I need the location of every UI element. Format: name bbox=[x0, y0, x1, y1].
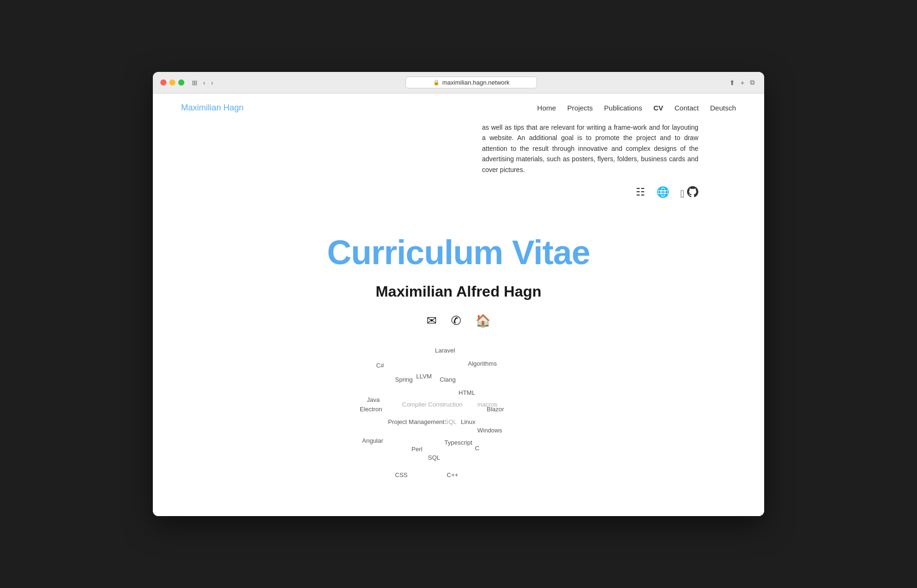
nav-cv[interactable]: CV bbox=[653, 104, 663, 112]
content-section: as well as tips that are relevant for wr… bbox=[153, 122, 764, 214]
word-cloud-item: Project Management bbox=[388, 418, 444, 425]
forward-button[interactable]: › bbox=[209, 78, 215, 87]
word-cloud-item: Blazor bbox=[487, 406, 504, 413]
document-icon[interactable]: ☷ bbox=[636, 186, 645, 200]
word-cloud-item: CSS bbox=[395, 471, 408, 478]
word-cloud-item: Clang bbox=[440, 376, 456, 383]
address-bar: 🔒 maximilian.hagn.network bbox=[221, 77, 721, 88]
cv-contact-icons: ✉ ✆ 🏠 bbox=[162, 314, 755, 328]
project-icons: ☷ 🌐  bbox=[181, 186, 698, 205]
browser-window: ⊞ ‹ › 🔒 maximilian.hagn.network ⬆ + ⧉ Ma… bbox=[153, 72, 764, 516]
lock-icon: 🔒 bbox=[433, 79, 440, 86]
word-cloud-item: Electron bbox=[360, 406, 382, 413]
word-cloud-item: Perl bbox=[411, 446, 422, 453]
home-icon[interactable]: 🏠 bbox=[475, 314, 490, 328]
cv-title: Curriculum Vitae bbox=[162, 233, 755, 272]
word-cloud-item: LLVM bbox=[416, 373, 432, 380]
nav-home[interactable]: Home bbox=[537, 104, 556, 112]
word-cloud-item: C++ bbox=[447, 471, 458, 478]
word-cloud-item: Angular bbox=[362, 437, 383, 444]
project-description: as well as tips that are relevant for wr… bbox=[482, 122, 698, 175]
site-logo[interactable]: Maximilian Hagn bbox=[181, 103, 244, 113]
share-button[interactable]: ⬆ bbox=[727, 78, 737, 87]
browser-controls: ⊞ ‹ › bbox=[190, 78, 215, 87]
site-nav: Home Projects Publications CV Contact De… bbox=[537, 104, 736, 112]
word-cloud-item: Laravel bbox=[435, 347, 455, 354]
cv-name: Maximilian Alfred Hagn bbox=[162, 283, 755, 300]
word-cloud-item: Algorithms bbox=[468, 360, 497, 367]
word-cloud-item: Java bbox=[367, 396, 379, 403]
nav-projects[interactable]: Projects bbox=[567, 104, 593, 112]
browser-content: Maximilian Hagn Home Projects Publicatio… bbox=[153, 94, 764, 516]
phone-icon[interactable]: ✆ bbox=[451, 314, 461, 328]
tab-overview-button[interactable]: ⧉ bbox=[748, 78, 757, 87]
url-bar[interactable]: 🔒 maximilian.hagn.network bbox=[405, 77, 537, 88]
new-tab-button[interactable]: + bbox=[739, 78, 746, 87]
email-icon[interactable]: ✉ bbox=[427, 314, 437, 328]
word-cloud-item: Windows bbox=[477, 427, 502, 434]
github-icon[interactable]:  bbox=[680, 186, 698, 200]
word-cloud-item: HTML bbox=[458, 389, 475, 396]
word-cloud-item: Linux bbox=[461, 418, 475, 425]
word-cloud-item: C bbox=[475, 445, 479, 452]
nav-contact[interactable]: Contact bbox=[674, 104, 699, 112]
word-cloud: LaravelC#AlgorithmsSpringLLVMClangHTMLJa… bbox=[341, 347, 576, 507]
url-text: maximilian.hagn.network bbox=[443, 79, 510, 86]
word-cloud-item: Typescript bbox=[444, 439, 472, 446]
nav-publications[interactable]: Publications bbox=[604, 104, 642, 112]
word-cloud-item: SQL bbox=[428, 454, 440, 461]
maximize-button[interactable] bbox=[178, 79, 184, 86]
globe-icon[interactable]: 🌐 bbox=[656, 186, 669, 200]
browser-chrome: ⊞ ‹ › 🔒 maximilian.hagn.network ⬆ + ⧉ bbox=[153, 72, 764, 94]
word-cloud-item: Compiler Construction bbox=[402, 401, 463, 408]
browser-actions: ⬆ + ⧉ bbox=[727, 78, 757, 87]
close-button[interactable] bbox=[160, 79, 166, 86]
cv-section: Curriculum Vitae Maximilian Alfred Hagn … bbox=[153, 214, 764, 516]
word-cloud-item: SQL bbox=[444, 418, 457, 425]
site-header: Maximilian Hagn Home Projects Publicatio… bbox=[153, 94, 764, 122]
word-cloud-item: C# bbox=[376, 362, 384, 369]
back-button[interactable]: ‹ bbox=[201, 78, 207, 87]
nav-deutsch[interactable]: Deutsch bbox=[710, 104, 736, 112]
word-cloud-item: Spring bbox=[395, 376, 413, 383]
traffic-lights bbox=[160, 79, 184, 86]
sidebar-toggle-button[interactable]: ⊞ bbox=[190, 78, 199, 87]
minimize-button[interactable] bbox=[169, 79, 175, 86]
